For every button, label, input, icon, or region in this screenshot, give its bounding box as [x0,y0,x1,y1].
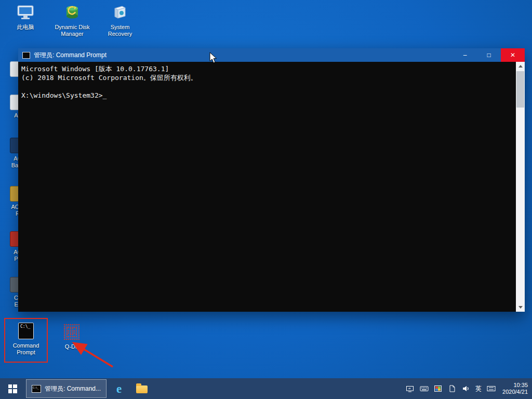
scroll-down-icon [518,306,523,309]
maximize-button[interactable]: □ [477,48,501,62]
text-cursor: _ [103,91,107,99]
icon-label: Command Prompt [8,342,44,356]
windows-logo-icon [8,384,17,393]
icon-label: System Recovery [98,24,142,37]
taskbar-explorer-button[interactable] [130,378,153,399]
display-color-icon[interactable] [433,384,443,393]
desktop-icon-system-recovery[interactable]: System Recovery [98,3,142,37]
system-recovery-icon [110,3,130,22]
q-dir-icon [62,322,82,342]
desktop-icon-q-dir[interactable]: Q-Dir [57,322,86,350]
cmd-window: 管理员: Command Prompt – □ ✕ Microsoft Wind… [18,48,525,312]
start-button[interactable] [0,378,25,399]
internet-explorer-icon: e [116,383,122,395]
desktop-icon-command-prompt[interactable]: C:\_ Command Prompt [4,321,48,356]
desktop-icon-dynamic-disk-manager[interactable]: Dynamic Disk Manager [50,3,95,37]
console-output: Microsoft Windows [版本 10.0.17763.1] (c) … [21,64,513,100]
console-prompt: X:\windows\System32> [21,91,103,99]
clock-time: 10:35 [502,382,528,389]
scroll-up-button[interactable] [516,62,525,71]
console-prompt-line: X:\windows\System32>_ [21,91,513,100]
window-title: 管理员: Command Prompt [34,51,453,60]
cmd-glyph: C:\_ [20,324,30,329]
command-prompt-icon: C:\_ [16,321,36,341]
taskbar-cmd-button[interactable]: C:\_ 管理员: Command... [26,379,107,398]
scrollbar-thumb[interactable] [516,71,524,108]
icon-label: Dynamic Disk Manager [50,24,95,37]
taskbar: C:\_ 管理员: Command... e [0,378,532,399]
folder-icon [136,385,148,393]
keyboard-icon[interactable] [419,384,429,393]
dynamic-disk-manager-icon [62,3,82,22]
cmd-titlebar[interactable]: 管理员: Command Prompt – □ ✕ [18,48,525,62]
taskbar-clock[interactable]: 10:35 2020/4/21 [500,382,528,395]
scroll-up-icon [518,65,523,68]
taskbar-button-label: 管理员: Command... [45,384,101,393]
second-screen-icon[interactable] [405,384,415,393]
scroll-down-button[interactable] [516,303,525,312]
volume-icon[interactable] [461,384,471,393]
language-indicator[interactable]: 英 [475,384,482,393]
icon-label: 此电脑 [17,24,34,31]
console-line: Microsoft Windows [版本 10.0.17763.1] [21,64,513,73]
touch-keyboard-icon[interactable] [486,384,496,393]
icon-label: Q-Dir [65,343,78,350]
cmd-icon [22,52,30,59]
desktop-icon-this-pc[interactable]: 此电脑 [3,3,48,31]
console-line-blank [21,82,513,91]
minimize-button[interactable]: – [453,48,477,62]
this-pc-icon [16,3,35,22]
cmd-glyph: C:\_ [33,386,39,389]
console-line: (c) 2018 Microsoft Corporation。保留所有权利。 [21,73,513,82]
scrollbar[interactable] [516,62,525,312]
window-controls: – □ ✕ [453,48,525,62]
console[interactable]: Microsoft Windows [版本 10.0.17763.1] (c) … [18,62,525,312]
close-button[interactable]: ✕ [501,48,525,62]
document-icon[interactable] [447,384,457,393]
clock-date: 2020/4/21 [502,389,528,395]
system-tray: 英 10:35 2020/4/21 [405,378,532,399]
cmd-icon: C:\_ [32,385,41,393]
taskbar-ie-button[interactable]: e [108,378,130,399]
